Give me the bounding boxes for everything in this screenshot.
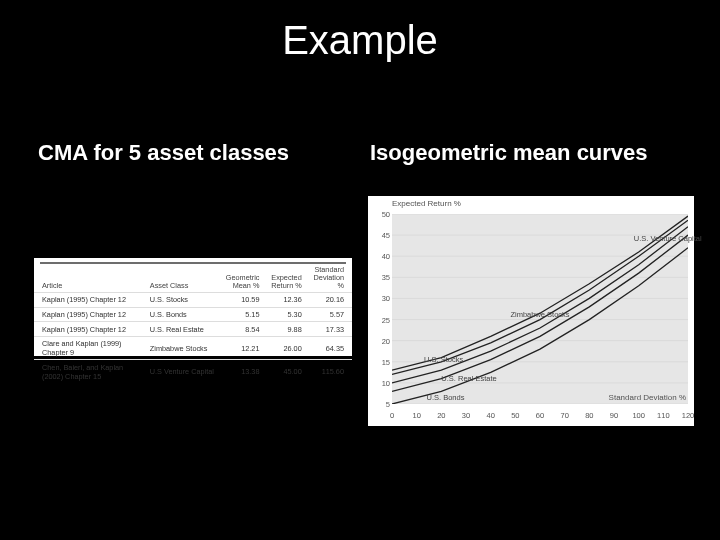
- table-header-row: Article Asset Class Geometric Mean % Exp…: [34, 264, 352, 293]
- x-tick: 20: [437, 411, 445, 420]
- slide-title: Example: [0, 18, 720, 63]
- x-tick: 30: [462, 411, 470, 420]
- y-tick: 35: [372, 273, 390, 282]
- x-tick: 80: [585, 411, 593, 420]
- x-tick: 40: [486, 411, 494, 420]
- cell-asset_class: U.S. Real Estate: [148, 322, 224, 337]
- x-tick: 100: [632, 411, 645, 420]
- th-exp-return: Expected Return %: [267, 264, 309, 293]
- cell-exp_return: 26.00: [267, 336, 309, 360]
- series-label: U.S. Bonds: [427, 393, 465, 402]
- table-row: Chen, Baierl, and Kaplan (2002) Chapter …: [34, 360, 352, 383]
- cell-asset_class: U.S Venture Capital: [148, 360, 224, 383]
- cell-asset_class: U.S. Bonds: [148, 307, 224, 322]
- y-tick: 30: [372, 294, 390, 303]
- cell-article: Clare and Kaplan (1999) Chapter 9: [34, 336, 148, 360]
- y-tick: 5: [372, 400, 390, 409]
- th-geo-mean: Geometric Mean %: [224, 264, 268, 293]
- slide: Example CMA for 5 asset classes Isogeome…: [0, 0, 720, 540]
- y-tick: 45: [372, 231, 390, 240]
- cell-stddev: 64.35: [310, 336, 352, 360]
- x-tick: 10: [412, 411, 420, 420]
- cell-stddev: 5.57: [310, 307, 352, 322]
- cell-exp_return: 9.88: [267, 322, 309, 337]
- series-label: Zimbabwe Stocks: [510, 310, 569, 319]
- table-row: Kaplan (1995) Chapter 12U.S. Bonds5.155.…: [34, 307, 352, 322]
- cell-exp_return: 12.36: [267, 293, 309, 308]
- x-tick: 120: [682, 411, 695, 420]
- right-column-heading: Isogeometric mean curves: [370, 140, 648, 166]
- table-row: Kaplan (1995) Chapter 12U.S. Stocks10.59…: [34, 293, 352, 308]
- cell-geo_mean: 8.54: [224, 322, 268, 337]
- y-tick: 40: [372, 252, 390, 261]
- cma-table: Article Asset Class Geometric Mean % Exp…: [34, 258, 352, 356]
- x-tick: 70: [560, 411, 568, 420]
- cell-geo_mean: 13.38: [224, 360, 268, 383]
- series-label: U.S. Venture Capital: [634, 234, 702, 243]
- series-line: [392, 220, 688, 374]
- x-tick: 0: [390, 411, 394, 420]
- th-article: Article: [34, 264, 148, 293]
- th-asset-class: Asset Class: [148, 264, 224, 293]
- cell-stddev: 17.33: [310, 322, 352, 337]
- y-tick: 50: [372, 210, 390, 219]
- isogeometric-chart: Expected Return % Standard Deviation % 5…: [368, 196, 694, 426]
- table-row: Clare and Kaplan (1999) Chapter 9Zimbabw…: [34, 336, 352, 360]
- cell-article: Chen, Baierl, and Kaplan (2002) Chapter …: [34, 360, 148, 383]
- x-tick: 50: [511, 411, 519, 420]
- table-row: Kaplan (1995) Chapter 12U.S. Real Estate…: [34, 322, 352, 337]
- series-label: U.S. Stocks: [424, 355, 463, 364]
- cell-geo_mean: 12.21: [224, 336, 268, 360]
- cell-geo_mean: 5.15: [224, 307, 268, 322]
- cma-data-table: Article Asset Class Geometric Mean % Exp…: [34, 264, 352, 383]
- y-tick: 20: [372, 336, 390, 345]
- cell-exp_return: 45.00: [267, 360, 309, 383]
- cell-article: Kaplan (1995) Chapter 12: [34, 293, 148, 308]
- chart-y-axis-label: Expected Return %: [392, 199, 461, 208]
- y-tick: 15: [372, 357, 390, 366]
- x-tick: 60: [536, 411, 544, 420]
- cell-stddev: 115.60: [310, 360, 352, 383]
- series-label: U.S. Real Estate: [441, 374, 496, 383]
- cell-article: Kaplan (1995) Chapter 12: [34, 322, 148, 337]
- y-tick: 25: [372, 315, 390, 324]
- x-tick: 110: [657, 411, 670, 420]
- cell-stddev: 20.16: [310, 293, 352, 308]
- cell-exp_return: 5.30: [267, 307, 309, 322]
- y-tick: 10: [372, 378, 390, 387]
- cell-asset_class: U.S. Stocks: [148, 293, 224, 308]
- cell-article: Kaplan (1995) Chapter 12: [34, 307, 148, 322]
- cell-asset_class: Zimbabwe Stocks: [148, 336, 224, 360]
- cell-geo_mean: 10.59: [224, 293, 268, 308]
- left-column-heading: CMA for 5 asset classes: [38, 140, 289, 166]
- x-tick: 90: [610, 411, 618, 420]
- th-stddev: Standard Deviation %: [310, 264, 352, 293]
